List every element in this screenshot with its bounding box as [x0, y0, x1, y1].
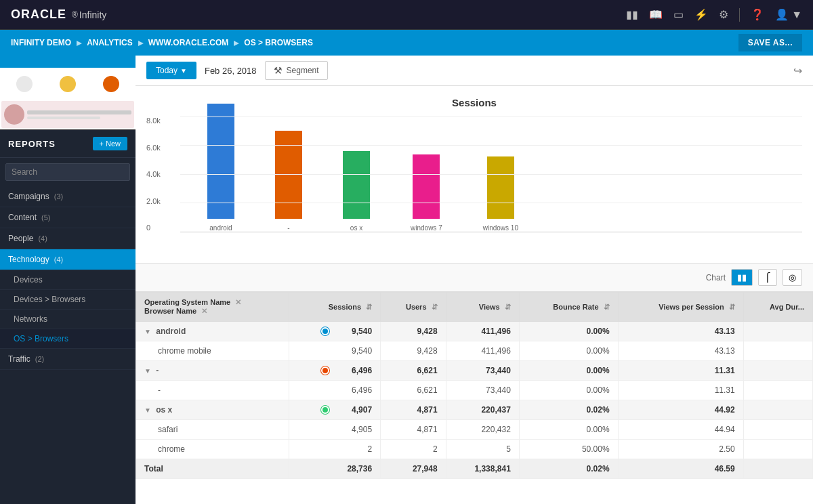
date-label: Feb 26, 2018: [205, 66, 257, 76]
dash-dot: [321, 366, 329, 375]
table-row-dash-browser: - 6,496 6,621 73,440 0.00% 11.31: [136, 381, 813, 400]
views-header[interactable]: Views ⇵: [446, 293, 519, 322]
sidebar-item-campaigns[interactable]: Campaigns (3): [0, 186, 136, 207]
os-dash-sessions: 6,496: [289, 361, 381, 381]
browser-safari-avgdur: [743, 420, 812, 440]
browser-chrome-mobile-vps: 43.13: [618, 341, 743, 361]
donut-chart-toggle[interactable]: ◎: [783, 269, 802, 286]
sidebar-item-devices[interactable]: Devices: [0, 270, 136, 290]
gear-icon[interactable]: ⚙: [719, 8, 728, 21]
today-button[interactable]: Today ▼: [146, 62, 196, 79]
os-filter-clear[interactable]: ✕: [235, 298, 241, 306]
breadcrumb-website[interactable]: WWW.ORACLE.COM: [148, 38, 229, 47]
total-users: 27,948: [381, 459, 446, 479]
os-android-name: ▼ android: [136, 322, 289, 341]
sidebar-preview: [0, 56, 136, 130]
os-osx-sessions: 4,907: [289, 400, 381, 420]
new-button[interactable]: + New: [93, 137, 128, 150]
user-icon[interactable]: 👤 ▼: [775, 8, 802, 21]
browser-chrome-sessions: 2: [289, 440, 381, 459]
bar-group-win10[interactable]: windows 10: [483, 156, 518, 232]
os-dash-avgdur: [743, 361, 812, 381]
table-row-total: Total 28,736 27,948 1,338,841 0.02% 46.5…: [136, 459, 813, 479]
help-icon[interactable]: ❓: [751, 8, 764, 21]
bar-chart-toggle[interactable]: ▮▮: [731, 269, 753, 286]
os-android-bounce: 0.00%: [519, 322, 618, 341]
browser-dash-views: 73,440: [446, 381, 519, 400]
browser-chrome-mobile-bounce: 0.00%: [519, 341, 618, 361]
line-chart-toggle[interactable]: ⎧: [758, 269, 777, 286]
os-dash-bounce: 0.00%: [519, 361, 618, 381]
os-dash-vps: 11.31: [618, 361, 743, 381]
expand-dash-icon[interactable]: ▼: [144, 367, 151, 375]
bar-group-osx[interactable]: os x: [343, 151, 370, 232]
sidebar-item-traffic[interactable]: Traffic (2): [0, 349, 136, 370]
main-layout: REPORTS + New Campaigns (3) Content (5) …: [0, 56, 813, 504]
sidebar-item-content[interactable]: Content (5): [0, 207, 136, 228]
table-row-chrome-mobile: chrome mobile 9,540 9,428 411,496 0.00% …: [136, 341, 813, 361]
bar-dash[interactable]: [275, 131, 302, 219]
bar-osx[interactable]: [343, 151, 370, 219]
bolt-icon[interactable]: ⚡: [694, 8, 708, 21]
os-osx-bounce: 0.02%: [519, 400, 618, 420]
breadcrumb-analytics[interactable]: ANALYTICS: [87, 38, 133, 47]
browser-dash-bounce: 0.00%: [519, 381, 618, 400]
bounce-rate-header[interactable]: Bounce Rate ⇵: [519, 293, 618, 322]
bar-group-win7[interactable]: windows 7: [411, 154, 442, 232]
expand-android-icon[interactable]: ▼: [144, 328, 151, 335]
breadcrumb-infinity-demo[interactable]: INFINITY DEMO: [11, 38, 71, 47]
browser-chrome-avgdur: [743, 440, 812, 459]
browser-chrome-vps: 2.50: [618, 440, 743, 459]
browser-safari-name: safari: [136, 420, 289, 440]
expand-osx-icon[interactable]: ▼: [144, 406, 151, 414]
sidebar-header: REPORTS + New: [0, 130, 136, 158]
os-osx-name: ▼ os x: [136, 400, 289, 420]
cast-icon[interactable]: ▭: [673, 8, 684, 21]
views-per-session-header[interactable]: Views per Session ⇵: [618, 293, 743, 322]
col-os-name-header[interactable]: Operating System Name ✕ Browser Name ✕: [136, 293, 289, 322]
sidebar-item-technology[interactable]: Technology (4): [0, 249, 136, 270]
content-area: Today ▼ Feb 26, 2018 ⚒ Segment ↪ Session…: [136, 56, 813, 504]
bar-win7[interactable]: [413, 154, 440, 219]
bar-group-android[interactable]: android: [207, 104, 234, 232]
reports-title: REPORTS: [8, 139, 56, 149]
browser-safari-vps: 44.94: [618, 420, 743, 440]
browser-chrome-mobile-name: chrome mobile: [136, 341, 289, 361]
breadcrumb-bar: INFINITY DEMO ▸ ANALYTICS ▸ WWW.ORACLE.C…: [0, 30, 813, 56]
browser-filter-clear[interactable]: ✕: [201, 307, 207, 315]
data-table: Operating System Name ✕ Browser Name ✕ S…: [136, 292, 813, 479]
total-label: Total: [136, 459, 289, 479]
share-icon[interactable]: ↪: [793, 64, 802, 77]
android-dot: [321, 327, 329, 335]
sidebar-item-people[interactable]: People (4): [0, 228, 136, 249]
sidebar-item-networks[interactable]: Networks: [0, 310, 136, 329]
search-input[interactable]: [5, 163, 130, 181]
oracle-infinity-label: Infinity: [79, 9, 106, 20]
table-row-android-os: ▼ android 9,540 9,428 411,496 0.00%: [136, 322, 813, 341]
segment-button[interactable]: ⚒ Segment: [265, 61, 328, 80]
save-as-button[interactable]: SAVE AS...: [738, 34, 802, 51]
bounce-sort-icon: ⇵: [604, 303, 610, 311]
chart-title: Sessions: [146, 97, 802, 108]
sessions-header[interactable]: Sessions ⇵: [289, 293, 381, 322]
browser-safari-bounce: 0.00%: [519, 420, 618, 440]
browser-chrome-mobile-avgdur: [743, 341, 812, 361]
oracle-logo: ORACLE: [11, 7, 66, 22]
breadcrumb-arrow-3: ▸: [234, 37, 238, 48]
toolbar: Today ▼ Feb 26, 2018 ⚒ Segment ↪: [136, 56, 813, 86]
bar-android[interactable]: [207, 104, 234, 219]
avg-dur-header[interactable]: Avg Dur...: [743, 293, 812, 322]
total-sessions: 28,736: [289, 459, 381, 479]
sidebar-item-os-browsers[interactable]: OS > Browsers: [0, 329, 136, 349]
book-icon[interactable]: 📖: [649, 8, 663, 21]
browser-chrome-bounce: 50.00%: [519, 440, 618, 459]
bar-win10[interactable]: [487, 156, 514, 219]
bar-chart-icon[interactable]: ▮▮: [626, 8, 638, 21]
breadcrumb-os-browsers[interactable]: OS > BROWSERS: [244, 38, 313, 47]
bar-group-dash[interactable]: -: [275, 131, 302, 232]
sidebar-item-devices-browsers[interactable]: Devices > Browsers: [0, 290, 136, 310]
preview-image: [0, 56, 136, 129]
os-android-views: 411,496: [446, 322, 519, 341]
browser-chrome-users: 2: [381, 440, 446, 459]
users-header[interactable]: Users ⇵: [381, 293, 446, 322]
